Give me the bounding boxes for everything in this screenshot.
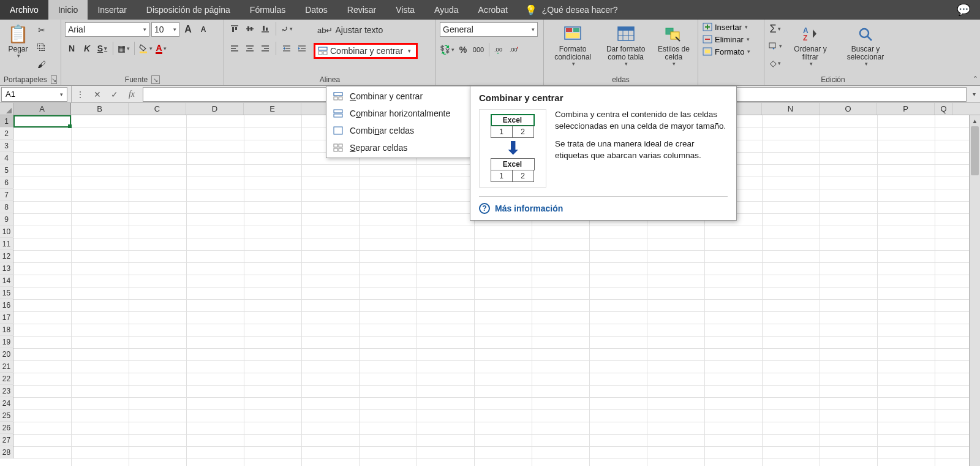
name-box[interactable]: A1▾ xyxy=(1,87,67,102)
decrease-indent-button[interactable] xyxy=(280,42,293,55)
row-header-2[interactable]: 2 xyxy=(0,128,13,140)
row-header-1[interactable]: 1 xyxy=(0,115,13,128)
conditional-formatting-button[interactable]: Formato condicional▾ xyxy=(548,22,598,69)
align-middle-button[interactable] xyxy=(243,22,257,36)
col-header-N[interactable]: N xyxy=(762,103,820,115)
orientation-button[interactable]: ⤾▾ xyxy=(280,22,293,36)
tooltip-more-info-link[interactable]: ? Más información xyxy=(479,203,728,214)
wrap-text-button[interactable]: ab↵ Ajustar texto xyxy=(314,22,418,38)
delete-cells-button[interactable]: Eliminar▾ xyxy=(702,34,750,44)
row-header-28[interactable]: 28 xyxy=(0,446,13,459)
decrease-decimal-button[interactable]: .00 xyxy=(508,43,522,56)
tab-file[interactable]: Archivo xyxy=(0,0,48,20)
italic-button[interactable]: K xyxy=(80,42,94,55)
row-header-26[interactable]: 26 xyxy=(0,422,13,434)
align-top-button[interactable] xyxy=(228,22,241,36)
row-header-21[interactable]: 21 xyxy=(0,360,13,373)
row-header-17[interactable]: 17 xyxy=(0,311,13,324)
paste-button[interactable]: 📋 Pegar ▾ xyxy=(4,22,32,61)
align-center-button[interactable] xyxy=(243,42,257,55)
underline-button[interactable]: S▾ xyxy=(96,42,109,55)
format-as-table-button[interactable]: Dar formato como tabla▾ xyxy=(600,22,650,69)
tab-revisar[interactable]: Revisar xyxy=(337,0,386,20)
clear-button[interactable]: ◇▾ xyxy=(768,56,782,70)
merge-menu-item-center[interactable]: Combinar y centrar xyxy=(326,88,470,105)
find-select-button[interactable]: Buscar y seleccionar▾ xyxy=(839,22,892,69)
bold-button[interactable]: N xyxy=(65,42,78,55)
font-name-dropdown[interactable]: Arial▾ xyxy=(65,22,149,37)
comments-icon[interactable]: 💬 xyxy=(947,3,980,17)
row-header-24[interactable]: 24 xyxy=(0,397,13,409)
fill-color-button[interactable]: ▾ xyxy=(138,42,153,55)
cell-styles-button[interactable]: Estilos de celda▾ xyxy=(654,22,694,69)
row-header-22[interactable]: 22 xyxy=(0,373,13,385)
more-functions-button[interactable]: ⋮ xyxy=(72,86,89,103)
tab-inicio[interactable]: Inicio xyxy=(48,0,88,20)
percent-format-button[interactable]: % xyxy=(456,43,470,56)
comma-format-button[interactable]: 000 xyxy=(472,43,485,56)
font-color-button[interactable]: A▾ xyxy=(154,42,168,55)
fill-button[interactable]: ▾ xyxy=(768,39,782,53)
insert-function-button[interactable]: fx xyxy=(123,86,140,103)
row-header-20[interactable]: 20 xyxy=(0,348,13,360)
decrease-font-button[interactable]: A xyxy=(197,23,210,36)
autosum-button[interactable]: Σ▾ xyxy=(768,22,782,36)
merge-center-button[interactable]: Combinar y centrar ▾ xyxy=(314,43,418,59)
row-header-14[interactable]: 14 xyxy=(0,275,13,287)
scroll-thumb[interactable] xyxy=(971,126,979,175)
tab-acrobat[interactable]: Acrobat xyxy=(469,0,518,20)
tab-insertar[interactable]: Insertar xyxy=(88,0,136,20)
row-header-19[interactable]: 19 xyxy=(0,336,13,348)
tab-disposicion[interactable]: Disposición de página xyxy=(137,0,240,20)
row-header-3[interactable]: 3 xyxy=(0,140,13,152)
merge-menu-item-cells[interactable]: Combinar celdas xyxy=(326,122,470,139)
scroll-up-button[interactable]: ▲ xyxy=(970,115,980,126)
number-format-dropdown[interactable]: General▾ xyxy=(440,22,538,37)
cancel-formula-button[interactable]: ✕ xyxy=(89,86,106,103)
tab-ayuda[interactable]: Ayuda xyxy=(424,0,468,20)
collapse-ribbon-button[interactable]: ˄ xyxy=(973,75,978,85)
sort-filter-button[interactable]: AZ Ordenar y filtrar▾ xyxy=(787,22,834,69)
row-header-5[interactable]: 5 xyxy=(0,164,13,177)
align-left-button[interactable] xyxy=(228,42,241,55)
merge-menu-item-across[interactable]: Combinar horizontalmente xyxy=(326,105,470,122)
col-header-Q[interactable]: Q xyxy=(935,103,953,115)
increase-font-button[interactable]: A xyxy=(181,23,195,36)
accounting-format-button[interactable]: 💱▾ xyxy=(440,43,454,56)
font-launcher[interactable]: ↘ xyxy=(151,75,160,84)
insert-cells-button[interactable]: Insertar▾ xyxy=(702,22,750,32)
row-header-12[interactable]: 12 xyxy=(0,250,13,262)
row-header-13[interactable]: 13 xyxy=(0,262,13,275)
merge-menu-item-unmerge[interactable]: Separar celdas xyxy=(326,139,470,156)
row-header-9[interactable]: 9 xyxy=(0,213,13,226)
col-header-B[interactable]: B xyxy=(71,103,129,115)
row-header-23[interactable]: 23 xyxy=(0,385,13,397)
col-header-A[interactable]: A xyxy=(13,103,71,115)
row-header-8[interactable]: 8 xyxy=(0,201,13,213)
clipboard-launcher[interactable]: ↘ xyxy=(51,75,57,84)
increase-decimal-button[interactable]: .00 xyxy=(493,43,507,56)
tab-formulas[interactable]: Fórmulas xyxy=(240,0,295,20)
col-header-O[interactable]: O xyxy=(820,103,877,115)
increase-indent-button[interactable] xyxy=(295,42,309,55)
format-cells-button[interactable]: Formato▾ xyxy=(702,47,750,56)
tab-datos[interactable]: Datos xyxy=(295,0,337,20)
row-header-10[interactable]: 10 xyxy=(0,226,13,238)
tell-me-search[interactable]: ¿Qué desea hacer? xyxy=(542,5,618,15)
expand-formula-bar-button[interactable]: ▾ xyxy=(968,91,980,97)
col-header-P[interactable]: P xyxy=(877,103,935,115)
row-header-11[interactable]: 11 xyxy=(0,238,13,250)
vertical-scrollbar[interactable]: ▲ xyxy=(969,115,980,466)
col-header-D[interactable]: D xyxy=(186,103,244,115)
borders-button[interactable]: ▦▾ xyxy=(117,42,130,55)
row-header-18[interactable]: 18 xyxy=(0,324,13,336)
row-header-15[interactable]: 15 xyxy=(0,287,13,299)
row-header-27[interactable]: 27 xyxy=(0,434,13,446)
row-header-6[interactable]: 6 xyxy=(0,177,13,189)
col-header-E[interactable]: E xyxy=(244,103,301,115)
cut-button[interactable]: ✂ xyxy=(35,23,48,37)
font-size-dropdown[interactable]: 10▾ xyxy=(151,22,179,37)
row-header-4[interactable]: 4 xyxy=(0,152,13,164)
align-bottom-button[interactable] xyxy=(258,22,272,36)
enter-formula-button[interactable]: ✓ xyxy=(106,86,123,103)
